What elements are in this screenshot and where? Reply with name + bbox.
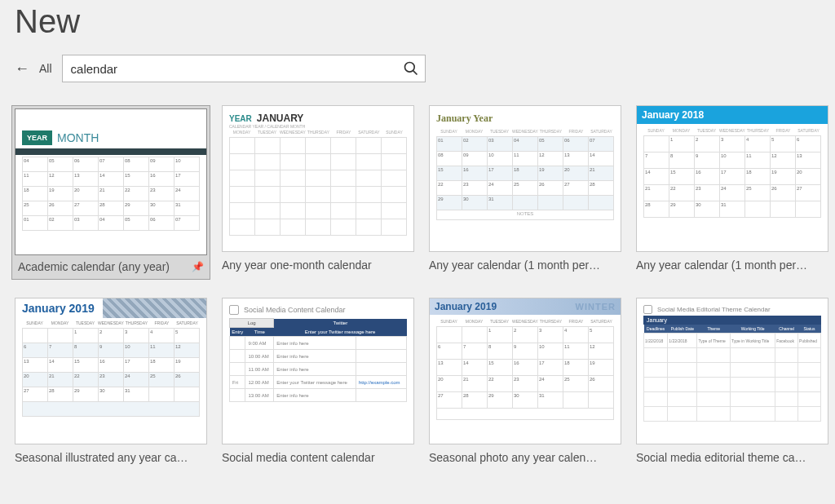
template-thumbnail: YEAR JANUARY CALENDAR YEAR / CALENDAR MO…	[222, 105, 414, 252]
template-card[interactable]: January 2019WINTER SundayMondayTuesdayWe…	[429, 298, 621, 464]
search-box[interactable]	[62, 55, 426, 82]
template-caption: Social media editorial theme ca…	[636, 444, 828, 464]
template-caption: Social media content calendar	[222, 444, 414, 464]
all-label[interactable]: All	[39, 62, 52, 75]
template-caption: Any year calendar (1 month per…	[636, 252, 828, 272]
month-label: MONTH	[57, 131, 99, 144]
search-icon[interactable]	[397, 55, 425, 82]
year-box: YEAR	[22, 130, 52, 145]
template-thumbnail: Social Media Content Calendar LogTwitter…	[222, 298, 414, 444]
template-thumbnail: January 2019WINTER SundayMondayTuesdayWe…	[429, 298, 621, 444]
template-grid: YEAR MONTH 04050607080910 11121314151617…	[15, 105, 820, 464]
template-caption: Seasonal photo any year calen…	[429, 444, 621, 464]
template-card[interactable]: January 2018 SUNDAYMONDAYTUESDAYWEDNESDA…	[636, 105, 828, 280]
template-card[interactable]: YEAR MONTH 04050607080910 11121314151617…	[11, 105, 210, 280]
template-caption: Any year calendar (1 month per…	[429, 252, 621, 272]
svg-line-1	[413, 71, 417, 75]
template-caption: Seasonal illustrated any year ca…	[15, 444, 207, 464]
template-caption: Any year one-month calendar	[222, 252, 414, 272]
template-thumbnail: YEAR MONTH 04050607080910 11121314151617…	[15, 108, 207, 255]
page-title: New	[15, 0, 820, 55]
pin-icon[interactable]: 📌	[192, 261, 204, 272]
template-card[interactable]: Social Media Editorial Theme Calendar Ja…	[636, 298, 828, 464]
template-thumbnail: January 2019 SundayMondayTuesdayWednesda…	[15, 298, 207, 444]
back-arrow-icon[interactable]: ←	[15, 60, 29, 77]
template-card[interactable]: YEAR JANUARY CALENDAR YEAR / CALENDAR MO…	[222, 105, 414, 280]
template-card[interactable]: Social Media Content Calendar LogTwitter…	[222, 298, 414, 464]
template-thumbnail: Social Media Editorial Theme Calendar Ja…	[636, 298, 828, 444]
template-thumbnail: January Year SUNDAYMONDAYTUESDAYWEDNESDA…	[429, 105, 621, 252]
search-input[interactable]	[63, 55, 397, 82]
template-card[interactable]: January Year SUNDAYMONDAYTUESDAYWEDNESDA…	[429, 105, 621, 280]
search-row: ← All	[15, 55, 820, 82]
template-thumbnail: January 2018 SUNDAYMONDAYTUESDAYWEDNESDA…	[636, 105, 828, 252]
template-card[interactable]: January 2019 SundayMondayTuesdayWednesda…	[15, 298, 207, 464]
template-caption: Academic calendar (any year)	[18, 260, 170, 273]
svg-point-0	[404, 63, 414, 73]
